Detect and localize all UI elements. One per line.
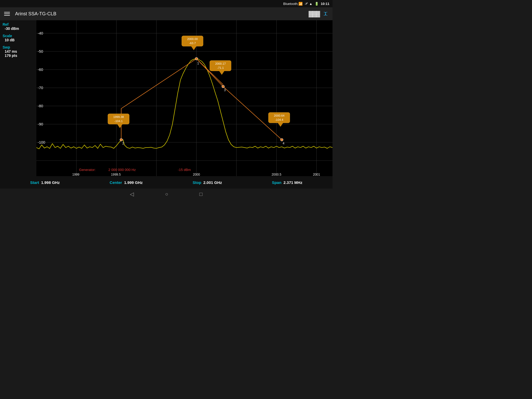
svg-text:-40: -40: [38, 31, 43, 35]
nav-bar: ◁ ○ □: [0, 189, 332, 200]
app-bar: Arinst SSA-TG-CLB ▓▓▓ ⯰: [0, 7, 332, 20]
swp-pts: 179 pts: [5, 54, 34, 58]
svg-text:2000: 2000: [193, 173, 200, 176]
svg-point-25: [120, 138, 122, 141]
svg-text:-50: -50: [38, 49, 43, 54]
back-button[interactable]: ◁: [130, 191, 134, 197]
svg-text:1: 1: [197, 62, 199, 65]
main-content: Ref -30 dBm Scale 10 dB Swp 147 ms 179 p…: [0, 20, 332, 176]
stop-value: 2.001 GHz: [203, 180, 222, 185]
svg-text:1999.5: 1999.5: [111, 173, 121, 176]
svg-text:Generator:: Generator:: [79, 168, 96, 172]
bluetooth-status-icon: Bluetooth;📶: [283, 2, 303, 6]
center-freq[interactable]: Center 1.999 GHz: [110, 180, 143, 185]
center-value: 1.999 GHz: [124, 180, 143, 185]
svg-text:2000.17: 2000.17: [215, 62, 226, 65]
svg-point-24: [195, 57, 198, 60]
home-button[interactable]: ○: [165, 191, 168, 197]
stop-label: Stop: [192, 180, 201, 185]
wifi-icon: ▲: [309, 2, 312, 6]
svg-text:-71.1: -71.1: [217, 66, 224, 69]
start-freq[interactable]: Start 1.998 GHz: [30, 180, 60, 185]
center-label: Center: [110, 180, 122, 185]
app-title: Arinst SSA-TG-CLB: [15, 11, 303, 17]
svg-point-27: [281, 138, 283, 141]
battery-icon: ▓▓▓: [309, 10, 320, 17]
span-label: Span: [272, 180, 282, 185]
svg-text:-90: -90: [38, 122, 43, 126]
start-label: Start: [30, 180, 39, 185]
svg-text:-63.7: -63.7: [189, 42, 196, 45]
svg-text:4: 4: [283, 142, 284, 145]
swp-label[interactable]: Swp: [3, 45, 34, 49]
bluetooth-icon-status: 𝒫: [305, 2, 307, 6]
status-time: 10:11: [321, 2, 329, 6]
svg-text:3: 3: [224, 88, 226, 92]
svg-text:-60: -60: [38, 68, 43, 72]
svg-text:1999.38: 1999.38: [113, 115, 124, 118]
chart-area: -40 -50 -60 -70 -80 -90 -100 1: [36, 20, 332, 176]
svg-text:-70: -70: [38, 86, 43, 90]
svg-text:-104.4: -104.4: [275, 118, 283, 121]
svg-text:2000.5: 2000.5: [271, 173, 281, 176]
svg-text:-104.1: -104.1: [114, 119, 123, 123]
span-freq[interactable]: Span 2.371 MHz: [272, 180, 302, 185]
svg-text:-80: -80: [38, 104, 43, 108]
status-bar: Bluetooth;📶 𝒫 ▲ 🔋 10:11: [0, 0, 332, 7]
svg-text:2000.00: 2000.00: [187, 37, 198, 41]
swp-time: 147 ms: [5, 49, 34, 54]
svg-text:2: 2: [122, 142, 124, 145]
svg-text:2000.64: 2000.64: [274, 114, 284, 117]
svg-text:2 000 000 000 Hz: 2 000 000 000 Hz: [108, 168, 136, 172]
svg-text:-15 dBm: -15 dBm: [178, 168, 191, 172]
menu-button[interactable]: [4, 12, 10, 16]
stop-freq[interactable]: Stop 2.001 GHz: [192, 180, 222, 185]
start-value: 1.998 GHz: [41, 180, 60, 185]
svg-text:2001: 2001: [313, 173, 320, 176]
scale-value[interactable]: 10 dB: [5, 38, 34, 42]
svg-text:1999: 1999: [72, 173, 79, 176]
svg-text:-100: -100: [38, 140, 45, 144]
freq-bar: Start 1.998 GHz Center 1.999 GHz Stop 2.…: [0, 176, 332, 189]
ref-label[interactable]: Ref: [3, 22, 34, 26]
svg-point-26: [222, 85, 224, 88]
ref-value[interactable]: -30 dBm: [5, 26, 34, 31]
bluetooth-icon: ⯰: [323, 11, 328, 17]
left-panel: Ref -30 dBm Scale 10 dB Swp 147 ms 179 p…: [0, 20, 36, 176]
battery-status-icon: 🔋: [315, 2, 319, 6]
scale-label[interactable]: Scale: [3, 34, 34, 38]
span-value: 2.371 MHz: [283, 180, 302, 185]
chart-svg: -40 -50 -60 -70 -80 -90 -100 1: [36, 20, 332, 176]
recent-button[interactable]: □: [200, 191, 203, 197]
